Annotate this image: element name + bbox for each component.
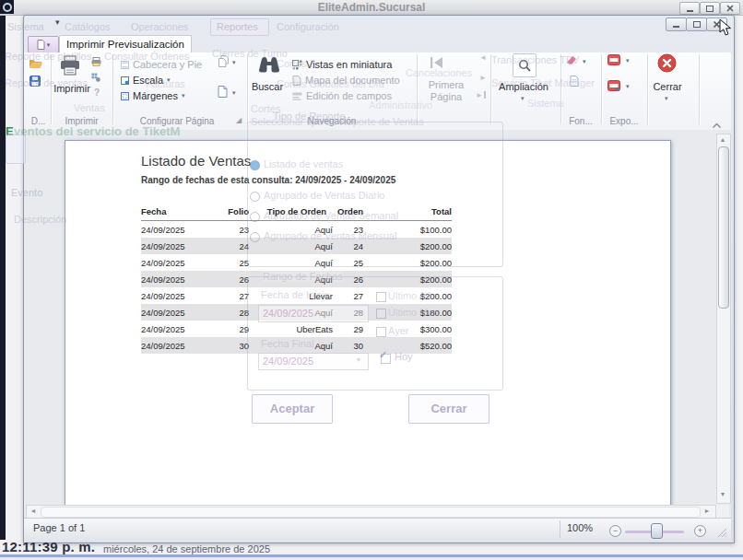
document-map-label: Mapa del documento	[305, 75, 400, 86]
main-close-button[interactable]	[720, 2, 740, 15]
scroll-left-icon[interactable]: ◄	[28, 506, 39, 517]
resize-grip-icon[interactable]	[717, 525, 727, 542]
close-preview-button[interactable]: Cerrar	[645, 81, 690, 93]
export-send-pdf-icon[interactable]	[607, 80, 620, 91]
field-editing-label: Edición de campos	[306, 90, 392, 101]
tab-imprimir-previsualizacion[interactable]: Imprimir Previsualización	[59, 35, 192, 53]
export-pdf-icon[interactable]	[607, 54, 620, 65]
table-cell: 29	[228, 321, 249, 337]
report-table-header: Fecha Folio Tipo de Orden Orden Total	[141, 204, 452, 221]
dialog-launcher-icon[interactable]: ◢	[236, 116, 242, 124]
table-cell: 24/09/2025	[141, 287, 228, 304]
save-icon[interactable]	[29, 76, 41, 87]
thumbnails-item[interactable]: Vistas en miniatura	[292, 58, 392, 71]
margins-label: Márgenes	[133, 90, 178, 101]
chevron-down-icon[interactable]: ▾	[626, 83, 630, 90]
page-copy-button[interactable]	[218, 55, 230, 67]
vertical-scrollbar-thumb[interactable]	[718, 146, 729, 309]
table-cell: Aquí	[249, 271, 333, 287]
scale-item[interactable]: Escala ▾	[121, 74, 171, 87]
table-cell: UberEats	[249, 321, 333, 337]
table-cell: 29	[333, 321, 363, 337]
horizontal-scrollbar-thumb[interactable]	[41, 507, 701, 518]
table-row: 24/09/202528Aquí28$180.00	[141, 304, 452, 321]
print-options-icon[interactable]	[91, 73, 100, 82]
last-page-icon: ►	[476, 91, 486, 99]
chevron-down-icon: ▾	[167, 76, 171, 84]
printer-icon[interactable]	[59, 55, 81, 76]
scrollbar-corner	[716, 505, 729, 518]
main-minimize-button[interactable]	[679, 2, 700, 15]
application-menu-button[interactable]: ▾	[28, 36, 59, 53]
zoom-slider-thumb[interactable]	[651, 523, 663, 539]
first-page-icon	[430, 56, 444, 69]
table-cell: 24/09/2025	[141, 321, 228, 337]
table-cell: $300.00	[363, 321, 452, 337]
minimize-icon	[687, 10, 693, 12]
column-header-orden: Orden	[333, 204, 363, 221]
table-row: 24/09/202525Aquí25$200.00	[141, 254, 452, 271]
close-preview-icon[interactable]	[656, 52, 678, 74]
preview-maximize-button[interactable]	[686, 18, 707, 31]
table-cell: Aquí	[249, 304, 333, 321]
table-cell: 25	[333, 254, 363, 271]
preview-minimize-button[interactable]	[666, 18, 687, 31]
scroll-down-icon[interactable]: ▼	[717, 489, 728, 500]
maximize-icon	[706, 6, 714, 12]
table-cell: 24/09/2025	[141, 337, 228, 354]
table-cell: 24/09/2025	[141, 304, 228, 321]
chevron-down-icon[interactable]: ▾	[583, 58, 586, 65]
column-header-fecha: Fecha	[141, 204, 228, 221]
margins-item[interactable]: Márgenes ▾	[121, 89, 184, 102]
chevron-down-icon[interactable]: ▾	[521, 95, 525, 102]
help-icon: ?	[94, 88, 100, 98]
chevron-down-icon[interactable]: ▾	[232, 89, 236, 97]
quick-access-dropdown-icon[interactable]: ▾	[55, 18, 60, 27]
ghost-heading-initial: E	[6, 124, 14, 138]
screen: EliteAdmin.Sucursal ▾ ▾ Imprimir Previsu…	[0, 0, 743, 560]
open-folder-icon[interactable]	[29, 58, 42, 69]
scroll-up-icon[interactable]: ▲	[717, 134, 728, 146]
window-title: EliteAdmin.Sucursal	[0, 1, 743, 14]
field-editing-icon	[292, 92, 302, 100]
table-cell: 27	[228, 287, 249, 304]
table-cell: 23	[228, 221, 249, 239]
chevron-down-icon[interactable]: ▾	[232, 59, 236, 66]
magnifier-icon[interactable]	[513, 53, 537, 77]
statusbar-separator	[560, 520, 560, 538]
watermark-icon[interactable]	[566, 55, 578, 65]
binoculars-icon[interactable]	[257, 55, 281, 73]
table-cell: $180.00	[363, 304, 452, 321]
thumbnails-label: Vistas en miniatura	[306, 59, 392, 70]
quick-print-icon[interactable]	[91, 57, 101, 66]
table-cell: Aquí	[249, 221, 333, 239]
table-cell: 24	[333, 238, 363, 254]
zoom-button[interactable]: Ampliación	[490, 81, 557, 93]
table-row: 24/09/202524Aquí24$200.00	[141, 238, 452, 254]
zoom-in-button[interactable]: +	[694, 525, 706, 537]
table-cell: Aquí	[249, 238, 333, 254]
chevron-down-icon[interactable]: ▾	[665, 95, 668, 102]
table-cell: $520.00	[363, 337, 452, 354]
scroll-right-icon[interactable]: ►	[702, 506, 713, 517]
table-cell: 28	[333, 304, 363, 321]
table-row: 24/09/202527Llevar27$200.00	[141, 287, 452, 304]
table-cell: $200.00	[363, 254, 452, 271]
zoom-out-button[interactable]: −	[609, 525, 621, 537]
search-button[interactable]: Buscar	[247, 81, 288, 93]
first-page-button: Primera Página	[419, 79, 474, 103]
main-maximize-button[interactable]	[700, 2, 720, 15]
page-color-icon[interactable]	[570, 76, 579, 87]
margins-icon	[121, 92, 129, 100]
maximize-icon	[693, 21, 701, 28]
group-separator	[112, 54, 113, 124]
document-map-item: Mapa del documento	[292, 74, 400, 87]
document-map-icon	[292, 76, 301, 86]
table-row: 24/09/202529UberEats29$300.00	[141, 321, 452, 337]
page-orientation-button[interactable]	[218, 86, 228, 98]
zoom-level: 100%	[567, 522, 593, 533]
chevron-down-icon[interactable]: ▾	[626, 57, 630, 64]
table-row: 24/09/202526Aquí26$200.00	[141, 271, 452, 287]
print-button[interactable]: Imprimir	[50, 83, 94, 95]
header-footer-label: Cabecera y Pie	[133, 59, 202, 70]
